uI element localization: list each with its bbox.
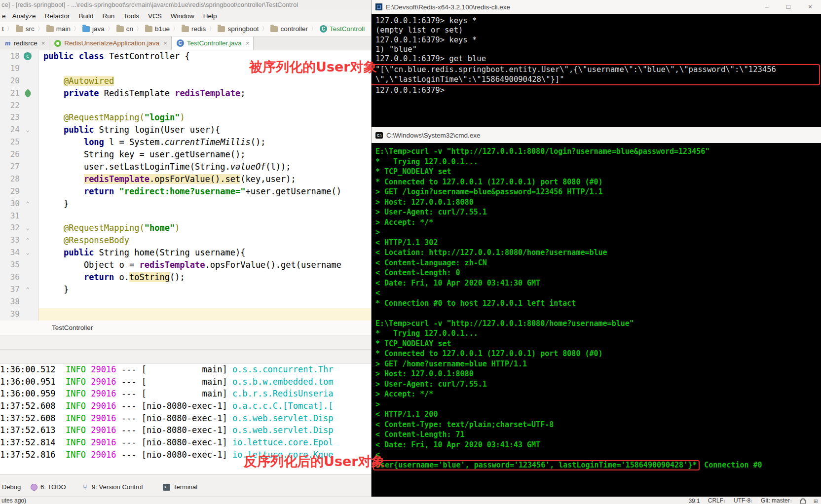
menu-item-run[interactable]: Run (98, 12, 119, 20)
terminal-line: * Connected to 127.0.0.1 (127.0.0.1) por… (375, 349, 821, 359)
breadcrumb-separator: 〉 (207, 25, 217, 33)
editor-gutter[interactable]: 24⌄ (0, 124, 38, 136)
menu-item-vcs[interactable]: VCS (144, 12, 166, 20)
tab-redisunserialzeapplication-java[interactable]: RedisUnserialzeApplication.java× (49, 36, 171, 50)
breadcrumb-item-b1ue[interactable]: b1ue (144, 25, 171, 33)
terminal-line: > GET /home?username=blue HTTP/1.1 (375, 359, 821, 369)
editor-gutter[interactable]: 39 (0, 308, 38, 321)
git-branch[interactable]: Git: master↕ (761, 497, 792, 504)
cmd-title-bar[interactable]: C:\ C:\Windows\System32\cmd.exe (372, 127, 821, 143)
editor-gutter[interactable]: 28 (0, 173, 38, 185)
folder-icon (16, 26, 23, 32)
redis-cli-title-bar[interactable]: E:\Devsoft\Redis-x64-3.2.100\redis-cli.e… (372, 0, 821, 14)
editor-gutter[interactable]: 21 (0, 87, 38, 100)
line-number: 39 (0, 308, 20, 321)
tab-label: RedisUnserialzeApplication.java (64, 39, 159, 47)
editor-gutter[interactable]: 36 (0, 271, 38, 284)
code-line: redisTemplate.opsForValue().set(key,user… (38, 173, 296, 185)
tab-testcontroller-java[interactable]: CTestController.java× (172, 36, 254, 50)
fold-down-icon[interactable]: ⌄ (26, 222, 29, 234)
fold-up-icon[interactable]: ⌃ (26, 198, 29, 210)
fold-up-icon[interactable]: ⌃ (26, 234, 29, 247)
terminal-line: < (375, 288, 821, 298)
minimize-button[interactable]: – (756, 0, 778, 14)
menu-item-tools[interactable]: Tools (119, 12, 144, 20)
code-line: } (38, 284, 69, 296)
toolbar-9-version-control[interactable]: 9: Version Control (83, 483, 143, 491)
fold-down-icon[interactable]: ⌄ (26, 247, 29, 259)
editor-gutter[interactable]: 19 (0, 63, 38, 75)
editor-gutter[interactable]: 31 (0, 210, 38, 222)
editor-gutter[interactable]: 26 (0, 148, 38, 161)
menu-item-window[interactable]: Window (166, 12, 199, 20)
terminal-line: * Trying 127.0.0.1... (375, 328, 821, 339)
toolbar-6-todo[interactable]: 6: TODO (31, 483, 66, 491)
toolbar-terminal[interactable]: >_Terminal (163, 483, 197, 491)
redis-cli-terminal[interactable]: 127.0.0.1:6379> keys *(empty list or set… (372, 14, 821, 123)
breadcrumb-item-java[interactable]: java (81, 25, 106, 33)
tab-close-icon[interactable]: × (163, 39, 167, 47)
close-button[interactable]: × (799, 0, 821, 14)
updown-icon: ↕ (790, 498, 792, 504)
tab-label: redisrce (14, 39, 37, 47)
caret-position[interactable]: 39:1 (688, 498, 700, 504)
editor-gutter[interactable]: 33⌃ (0, 234, 38, 247)
editor-gutter[interactable]: 32⌄ (0, 222, 38, 234)
terminal-line: < (375, 450, 821, 460)
terminal-line: > (375, 399, 821, 410)
status-widgets: 39:1 CRLF↕ UTF-8↕ Git: master↕ ⊞ (688, 497, 818, 504)
file-encoding[interactable]: UTF-8↕ (734, 497, 753, 504)
fold-up-icon[interactable]: ⌃ (26, 284, 29, 296)
toolbar-label: Terminal (173, 483, 197, 491)
editor-gutter[interactable]: 18c (0, 50, 38, 63)
code-line: public String login(User user){ (38, 124, 220, 136)
cmd-window: C:\ C:\Windows\System32\cmd.exe E:\Temp>… (371, 127, 821, 497)
tab-close-icon[interactable]: × (41, 39, 45, 47)
breadcrumb-item-controller[interactable]: controller (269, 25, 309, 33)
breadcrumb-item-redis[interactable]: redis (181, 25, 207, 33)
menu-item-build[interactable]: Build (75, 12, 98, 20)
editor-gutter[interactable]: 35 (0, 259, 38, 271)
menu-item-refactor[interactable]: Refactor (40, 12, 75, 20)
folder-icon (82, 26, 90, 32)
lock-icon[interactable] (800, 500, 806, 504)
maximize-button[interactable]: □ (778, 0, 799, 14)
editor-gutter[interactable]: 27 (0, 161, 38, 173)
line-number: 34 (0, 247, 20, 259)
editor-gutter[interactable]: 29 (0, 185, 38, 198)
cmd-terminal[interactable]: E:\Temp>curl -v "http://127.0.0.1:8080/l… (372, 143, 821, 481)
breadcrumb-item-cn[interactable]: cn (115, 25, 134, 33)
spring-bean-icon[interactable] (23, 89, 32, 98)
terminal-line: < Date: Fri, 10 Apr 2020 03:41:43 GMT (375, 440, 821, 450)
version-control-icon (83, 484, 89, 491)
terminal-line: > Host: 127.0.0.1:8080 (375, 369, 821, 379)
toolbar-debug[interactable]: Debug (2, 483, 21, 491)
breadcrumb-item-testcontroll[interactable]: CTestControll (319, 25, 366, 33)
editor-gutter[interactable]: 22 (0, 100, 38, 112)
line-number: 28 (0, 173, 20, 185)
editor-gutter[interactable]: 38 (0, 296, 38, 308)
class-gutter-icon[interactable]: c (24, 52, 32, 60)
fold-down-icon[interactable]: ⌄ (26, 124, 29, 136)
editor-gutter[interactable]: 37⌃ (0, 284, 38, 296)
breadcrumb-item-main[interactable]: main (45, 25, 72, 33)
menu-item-analyze[interactable]: Analyze (8, 12, 40, 20)
editor-gutter[interactable]: 20 (0, 75, 38, 87)
editor-gutter[interactable]: 34⌄ (0, 247, 38, 259)
tab-close-icon[interactable]: × (246, 39, 250, 47)
line-number: 38 (0, 296, 20, 308)
layout-icon[interactable]: ⊞ (814, 498, 818, 504)
editor-tabs: mredisrce×RedisUnserialzeApplication.jav… (0, 36, 254, 50)
breadcrumb-item-springboot[interactable]: springboot (217, 25, 260, 33)
tab-redisrce[interactable]: mredisrce× (0, 36, 49, 50)
breadcrumb-item-src[interactable]: src (15, 25, 36, 33)
terminal-line: * Connection #0 to host 127.0.0.1 left i… (375, 298, 821, 309)
editor-gutter[interactable]: 25 (0, 136, 38, 148)
editor-gutter[interactable]: 23 (0, 111, 38, 124)
line-separator[interactable]: CRLF↕ (708, 497, 726, 504)
terminal-line: > Accept: */* (375, 389, 821, 399)
editor-gutter[interactable]: 30⌃ (0, 198, 38, 210)
terminal-line: * TCP_NODELAY set (375, 167, 821, 177)
code-line: user.setLastLoginTime(String.valueOf(l))… (38, 161, 291, 173)
menu-item-help[interactable]: Help (199, 12, 222, 20)
